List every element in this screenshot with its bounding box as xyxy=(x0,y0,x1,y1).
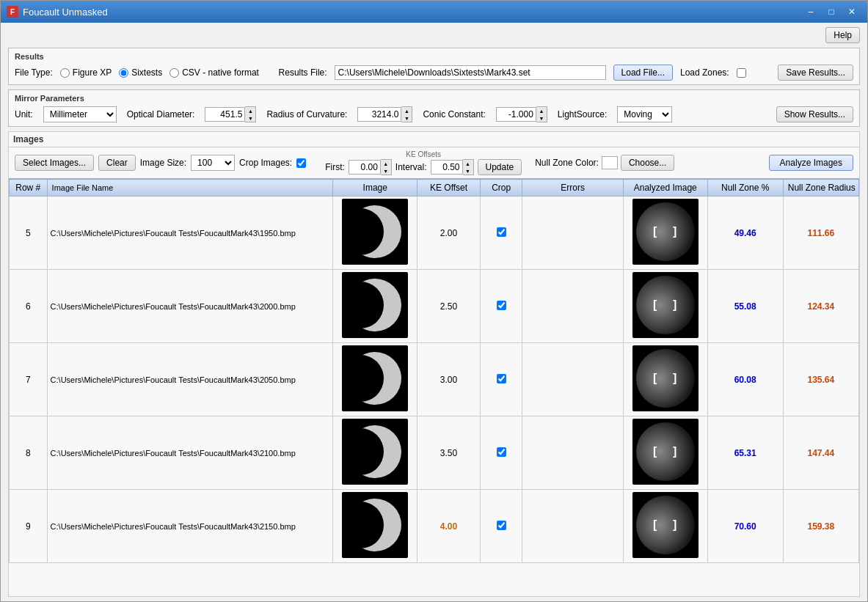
cell-nz-radius: 124.34 xyxy=(783,270,858,343)
mirror-params-section: Mirror Parameters Unit: Millimeter Inch … xyxy=(8,89,860,127)
cell-crop[interactable] xyxy=(481,490,522,563)
cell-crop[interactable] xyxy=(481,197,522,270)
roc-up[interactable]: ▲ xyxy=(401,107,412,114)
roc-spinner: ▲ ▼ xyxy=(357,106,412,122)
cell-filename: C:\Users\Michele\Pictures\Foucault Tests… xyxy=(47,343,333,416)
svg-text:[: [ xyxy=(653,225,657,238)
crop-images-checkbox[interactable] xyxy=(296,158,306,168)
ke-offsets-group: KE Offsets First: ▲ ▼ Interval: xyxy=(325,150,522,175)
update-button[interactable]: Update xyxy=(478,159,522,175)
minimize-button[interactable]: – xyxy=(801,4,820,19)
ke-interval-up[interactable]: ▲ xyxy=(463,160,473,167)
images-toolbar: Select Images... Clear Image Size: 100 5… xyxy=(9,147,859,178)
select-images-button[interactable]: Select Images... xyxy=(15,155,94,171)
maximize-button[interactable]: □ xyxy=(822,4,841,19)
cell-row-num: 9 xyxy=(10,490,48,563)
cell-analyzed: [] xyxy=(623,197,707,270)
images-title: Images xyxy=(13,134,43,144)
table-row: 8C:\Users\Michele\Pictures\Foucault Test… xyxy=(10,416,859,490)
lightsource-select[interactable]: Moving Fixed xyxy=(617,106,672,122)
radio-sixtests-label: Sixtests xyxy=(131,67,162,78)
ke-interval-input[interactable] xyxy=(431,160,463,175)
show-results-button[interactable]: Show Results... xyxy=(776,106,853,122)
window-title: Foucault Unmasked xyxy=(23,7,108,18)
null-zone-color-swatch xyxy=(602,156,618,169)
conic-input[interactable] xyxy=(496,107,536,122)
optical-diameter-arrows: ▲ ▼ xyxy=(245,106,256,122)
roc-input[interactable] xyxy=(357,107,401,122)
cell-errors xyxy=(522,197,624,270)
col-crop: Crop xyxy=(481,180,522,197)
radio-csv[interactable]: CSV - native format xyxy=(169,67,259,78)
ke-interval-down[interactable]: ▼ xyxy=(463,167,473,175)
clear-button[interactable]: Clear xyxy=(98,155,136,171)
svg-text:[: [ xyxy=(653,518,657,531)
radio-figurexp-input[interactable] xyxy=(60,68,70,78)
cell-crop[interactable] xyxy=(481,416,522,490)
optical-diameter-label: Optical Diameter: xyxy=(127,109,195,120)
radio-figurexp[interactable]: Figure XP xyxy=(60,67,112,78)
col-nz-pct: Null Zone % xyxy=(707,180,783,197)
radio-csv-input[interactable] xyxy=(169,68,179,78)
cell-image xyxy=(333,416,417,490)
cell-nz-radius: 159.38 xyxy=(783,490,858,563)
conic-up[interactable]: ▲ xyxy=(536,107,547,114)
svg-text:]: ] xyxy=(673,445,676,458)
cell-filename: C:\Users\Michele\Pictures\Foucault Tests… xyxy=(47,197,333,270)
conic-spinner: ▲ ▼ xyxy=(496,106,547,122)
ke-first-label: First: xyxy=(325,162,345,172)
title-bar-controls: – □ ✕ xyxy=(801,4,861,19)
ke-offsets-title: KE Offsets xyxy=(406,150,441,158)
cell-ke-offset: 3.50 xyxy=(417,416,481,490)
cell-crop[interactable] xyxy=(481,270,522,343)
optical-diameter-up[interactable]: ▲ xyxy=(245,107,255,114)
mirror-params-row: Unit: Millimeter Inch Optical Diameter: … xyxy=(15,106,853,122)
radio-sixtests[interactable]: Sixtests xyxy=(119,67,162,78)
col-image: Image xyxy=(333,180,417,197)
radio-sixtests-input[interactable] xyxy=(119,68,128,78)
crop-images-label: Crop Images: xyxy=(239,158,292,168)
roc-label: Radius of Curvature: xyxy=(266,109,347,120)
ke-first-down[interactable]: ▼ xyxy=(381,167,391,175)
image-table-container[interactable]: Row # Image File Name Image KE Offset Cr… xyxy=(9,178,859,596)
conic-arrows: ▲ ▼ xyxy=(536,106,547,122)
cell-analyzed: [] xyxy=(623,343,707,416)
choose-button[interactable]: Choose... xyxy=(621,155,674,171)
radio-csv-label: CSV - native format xyxy=(182,67,259,78)
close-button[interactable]: ✕ xyxy=(842,4,861,19)
analyze-images-button[interactable]: Analyze Images xyxy=(769,155,853,171)
crop-checkbox-4[interactable] xyxy=(497,521,506,530)
help-button[interactable]: Help xyxy=(825,27,860,43)
crop-checkbox-3[interactable] xyxy=(497,447,506,457)
results-file-label: Results File: xyxy=(279,67,327,78)
image-size-select[interactable]: 100 50 75 125 150 xyxy=(191,155,235,171)
optical-diameter-input[interactable] xyxy=(205,107,245,122)
cell-image xyxy=(333,270,417,343)
ke-first-spinner: ▲ ▼ xyxy=(349,159,392,175)
cell-crop[interactable] xyxy=(481,343,522,416)
cell-analyzed: [] xyxy=(623,270,707,343)
load-zones-checkbox[interactable] xyxy=(737,68,746,78)
cell-image xyxy=(333,490,417,563)
images-section: Images Select Images... Clear Image Size… xyxy=(8,131,860,597)
col-ke-offset: KE Offset xyxy=(417,180,481,197)
col-filename: Image File Name xyxy=(47,180,333,197)
lightsource-label: LightSource: xyxy=(558,109,607,120)
crop-checkbox-1[interactable] xyxy=(497,301,506,310)
crop-checkbox-2[interactable] xyxy=(497,374,506,383)
cell-nz-radius: 111.66 xyxy=(783,197,858,270)
unit-select[interactable]: Millimeter Inch xyxy=(43,106,117,122)
save-results-button[interactable]: Save Results... xyxy=(778,65,853,81)
conic-down[interactable]: ▼ xyxy=(536,114,547,122)
load-file-button[interactable]: Load File... xyxy=(613,65,673,81)
crop-checkbox-0[interactable] xyxy=(497,227,506,237)
ke-inner: First: ▲ ▼ Interval: ▲ xyxy=(325,159,522,175)
cell-errors xyxy=(522,490,624,563)
main-content: Help Results File Type: Figure XP Sixtes… xyxy=(1,23,867,601)
roc-down[interactable]: ▼ xyxy=(401,114,412,122)
results-file-input[interactable] xyxy=(335,65,606,80)
cell-nz-radius: 147.44 xyxy=(783,416,858,490)
optical-diameter-down[interactable]: ▼ xyxy=(245,114,255,122)
ke-first-up[interactable]: ▲ xyxy=(381,160,391,167)
ke-first-input[interactable] xyxy=(349,160,381,175)
